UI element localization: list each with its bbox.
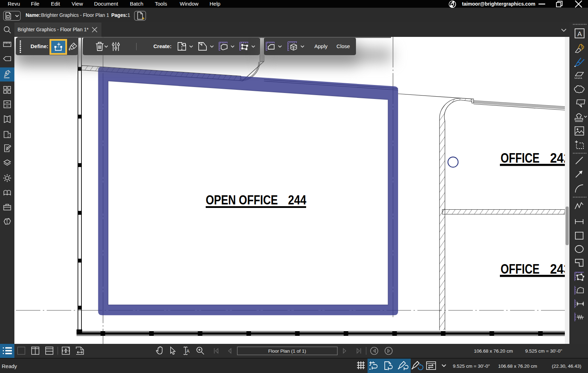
svg-text:OFFICE: OFFICE bbox=[501, 150, 540, 165]
svg-text:A: A bbox=[186, 348, 190, 354]
svg-text:A: A bbox=[577, 30, 582, 38]
svg-text:106.68 x 76.20 cm: 106.68 x 76.20 cm bbox=[474, 348, 513, 354]
svg-text:9.525 cm = 30'-0": 9.525 cm = 30'-0" bbox=[525, 348, 562, 354]
svg-text:242: 242 bbox=[550, 150, 565, 165]
svg-text:OFFICE: OFFICE bbox=[501, 261, 540, 276]
svg-text:243: 243 bbox=[550, 261, 565, 276]
svg-text:OPEN OFFICE: OPEN OFFICE bbox=[206, 192, 278, 207]
svg-text:244: 244 bbox=[288, 192, 306, 207]
svg-text:Floor Plan (1 of 1): Floor Plan (1 of 1) bbox=[268, 348, 306, 354]
